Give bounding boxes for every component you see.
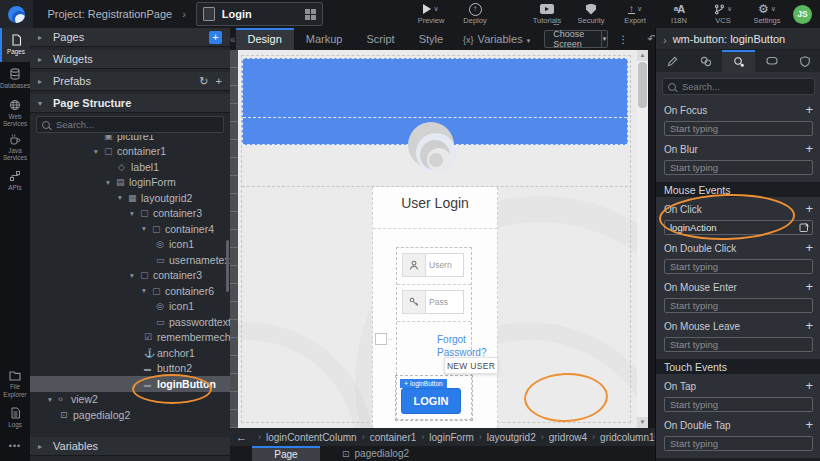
tree-item-remembermecheck[interactable]: remembermecheck bbox=[30, 330, 230, 346]
deploy-button[interactable]: ↑ Deploy bbox=[453, 3, 497, 25]
tree-item-picture1[interactable]: picture1 bbox=[30, 135, 230, 144]
tree-item-loginform[interactable]: loginForm bbox=[30, 175, 230, 191]
tab-properties[interactable] bbox=[656, 50, 689, 72]
tab-script[interactable]: Script bbox=[355, 28, 407, 50]
collapse-panel-icon[interactable] bbox=[663, 30, 667, 48]
section-prefabs[interactable]: Prefabs bbox=[30, 72, 230, 91]
page-preview[interactable]: User Login bbox=[238, 50, 639, 428]
on-blur-input[interactable] bbox=[664, 160, 813, 175]
breadcrumb-back-icon[interactable] bbox=[236, 431, 247, 443]
username-input[interactable] bbox=[426, 253, 464, 277]
breadcrumb-item[interactable]: loginForm bbox=[429, 432, 473, 443]
breadcrumb-item[interactable]: layoutgrid2 bbox=[487, 432, 536, 443]
export-button[interactable]: ↑∨ Export bbox=[613, 3, 657, 25]
scrollbar-thumb[interactable] bbox=[638, 62, 647, 108]
add-event-button[interactable] bbox=[805, 380, 813, 392]
vcs-button[interactable]: ∨ VCS bbox=[701, 3, 745, 25]
add-event-button[interactable] bbox=[805, 419, 813, 431]
tree-item-label1[interactable]: label1 bbox=[30, 159, 230, 175]
tree-item-icon1b[interactable]: icon1 bbox=[30, 299, 230, 315]
tab-binding[interactable] bbox=[755, 50, 788, 72]
refresh-icon[interactable] bbox=[199, 75, 208, 88]
add-event-button[interactable] bbox=[805, 242, 813, 254]
on-click-input[interactable] bbox=[664, 220, 813, 235]
tab-markup[interactable]: Markup bbox=[294, 28, 355, 50]
tab-events[interactable] bbox=[722, 50, 755, 72]
scroll-down-icon[interactable] bbox=[637, 417, 648, 428]
new-user-link[interactable]: NEW USER bbox=[444, 357, 498, 374]
open-page-tab[interactable]: Login bbox=[196, 2, 323, 26]
tab-styles[interactable] bbox=[689, 50, 722, 72]
rail-item-web-services[interactable]: Web Services bbox=[0, 96, 30, 130]
canvas-scrollbar[interactable] bbox=[637, 50, 648, 428]
rail-item-apis[interactable]: APIs bbox=[0, 164, 30, 198]
tab-page[interactable]: Page bbox=[252, 446, 320, 461]
add-prefab-button[interactable] bbox=[216, 75, 222, 87]
tree-item-icon1[interactable]: icon1 bbox=[30, 237, 230, 253]
add-event-button[interactable] bbox=[805, 143, 813, 155]
rail-item-pages[interactable]: Pages bbox=[0, 28, 30, 62]
login-button[interactable]: LOGIN bbox=[401, 388, 461, 414]
breadcrumb-item[interactable]: gridcolumn10 bbox=[600, 432, 655, 443]
edit-action-icon[interactable] bbox=[799, 219, 810, 230]
on-double-tap-input[interactable] bbox=[664, 436, 813, 451]
scroll-up-icon[interactable] bbox=[637, 50, 648, 61]
collapse-arrow-icon[interactable] bbox=[48, 395, 58, 404]
rail-item-file-explorer[interactable]: File Explorer bbox=[0, 367, 30, 401]
tree-item-view2[interactable]: view2 bbox=[30, 392, 230, 408]
section-page-structure[interactable]: Page Structure bbox=[30, 94, 230, 113]
collapse-arrow-icon[interactable] bbox=[106, 178, 116, 187]
collapse-arrow-icon[interactable] bbox=[142, 224, 152, 233]
tree-item-anchor1[interactable]: anchor1 bbox=[30, 345, 230, 361]
i18n-button[interactable]: I18N bbox=[657, 3, 701, 25]
breadcrumb-item[interactable]: gridrow4 bbox=[549, 432, 587, 443]
tab-design[interactable]: Design bbox=[236, 28, 294, 50]
tree-scrollbar[interactable] bbox=[226, 240, 229, 292]
section-variables[interactable]: Variables bbox=[30, 437, 230, 456]
tree-item-container4[interactable]: container4 bbox=[30, 221, 230, 237]
collapse-arrow-icon[interactable] bbox=[142, 286, 152, 295]
collapse-arrow-icon[interactable] bbox=[94, 147, 104, 156]
on-mouse-leave-input[interactable] bbox=[664, 337, 813, 352]
structure-search-input[interactable] bbox=[54, 118, 218, 131]
tab-style[interactable]: Style bbox=[407, 28, 455, 50]
tree-item-button2[interactable]: button2 bbox=[30, 361, 230, 377]
tree-item-container3b[interactable]: container3 bbox=[30, 268, 230, 284]
tree-item-container3[interactable]: container3 bbox=[30, 206, 230, 222]
breadcrumb-item[interactable]: container1 bbox=[370, 432, 417, 443]
tree-item-layoutgrid2[interactable]: layoutgrid2 bbox=[30, 190, 230, 206]
section-pages[interactable]: Pages bbox=[30, 28, 230, 47]
tree-item-container6[interactable]: container6 bbox=[30, 283, 230, 299]
tree-item-usernametext[interactable]: usernametext bbox=[30, 252, 230, 268]
rail-item-databases[interactable]: Databases bbox=[0, 62, 30, 96]
grid-view-icon[interactable] bbox=[305, 9, 316, 20]
on-double-click-input[interactable] bbox=[664, 259, 813, 274]
wavemaker-logo[interactable] bbox=[0, 0, 33, 28]
add-event-button[interactable] bbox=[805, 104, 813, 116]
on-focus-input[interactable] bbox=[664, 121, 813, 136]
forgot-password-link[interactable]: Forgot Password? bbox=[437, 334, 483, 359]
user-avatar[interactable]: JS bbox=[793, 5, 812, 24]
screen-size-dropdown[interactable]: -- Choose Screen Size -- bbox=[544, 30, 608, 48]
events-search-input[interactable] bbox=[680, 80, 809, 93]
rail-item-logs[interactable]: Logs bbox=[0, 401, 30, 435]
add-page-button[interactable] bbox=[209, 31, 222, 44]
on-mouse-enter-input[interactable] bbox=[664, 298, 813, 313]
add-event-button[interactable] bbox=[805, 203, 813, 215]
collapse-arrow-icon[interactable] bbox=[130, 209, 140, 218]
breadcrumb-item[interactable]: loginContentColumn bbox=[266, 432, 357, 443]
tree-item-container1[interactable]: container1 bbox=[30, 144, 230, 160]
rail-item-java-services[interactable]: Java Services bbox=[0, 130, 30, 164]
tree-item-pagedialog2[interactable]: pagedialog2 bbox=[30, 407, 230, 423]
add-event-button[interactable] bbox=[805, 281, 813, 293]
collapse-arrow-icon[interactable] bbox=[130, 271, 140, 280]
more-options-icon[interactable]: ••• bbox=[0, 441, 30, 451]
section-widgets[interactable]: Widgets bbox=[30, 50, 230, 69]
tree-item-loginbutton[interactable]: loginButton bbox=[30, 376, 230, 392]
tab-security[interactable] bbox=[788, 50, 820, 72]
remember-me-checkbox[interactable] bbox=[375, 333, 387, 345]
password-input[interactable] bbox=[426, 290, 464, 314]
settings-button[interactable]: ⚙∨ Settings bbox=[745, 3, 789, 25]
collapse-arrow-icon[interactable] bbox=[118, 193, 128, 202]
add-event-button[interactable] bbox=[805, 320, 813, 332]
